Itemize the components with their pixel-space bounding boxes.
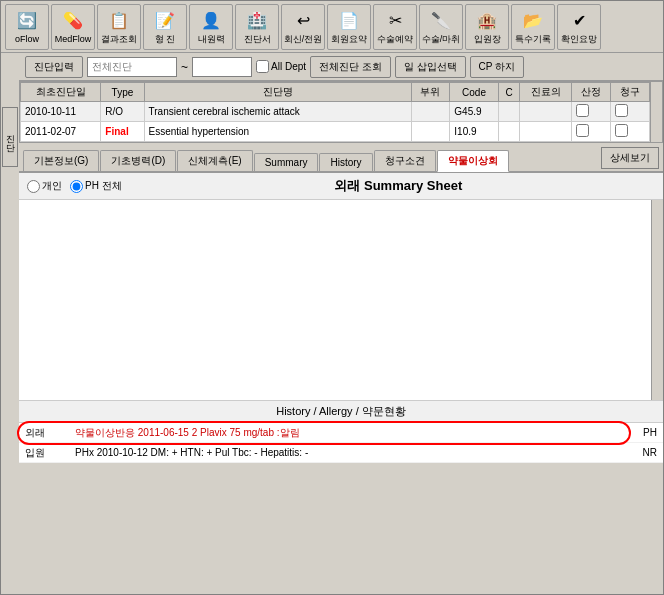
content-scrollbar[interactable] [651, 200, 663, 400]
tab-basic[interactable]: 기본정보(G) [23, 150, 99, 171]
content-title: 외래 Summary Sheet [142, 177, 655, 195]
left-btn-diagnosis[interactable]: 진단 [2, 107, 18, 167]
radio-ph-label[interactable]: PH 전체 [70, 179, 122, 193]
toolbar-confirm[interactable]: ✔ 확인요망 [557, 4, 601, 50]
surgery-res-icon: ✂ [383, 9, 407, 33]
table-scrollbar[interactable] [650, 82, 662, 142]
toolbar-inpatient[interactable]: 🏨 입원장 [465, 4, 509, 50]
all-dept-checkbox-label: All Dept [256, 60, 306, 73]
tab-summary[interactable]: Summary [254, 153, 319, 171]
col-calc: 산정 [572, 83, 611, 102]
row2-bill [611, 122, 650, 142]
referral-icon: ↩ [291, 9, 315, 33]
row2-site [411, 122, 450, 142]
col-name: 진단명 [144, 83, 411, 102]
radio-individual-label[interactable]: 개인 [27, 179, 62, 193]
row2-code: I10.9 [450, 122, 498, 142]
history-rows: 외래 약물이상반응 2011-06-15 2 Plavix 75 mg/tab … [19, 423, 663, 463]
search-input[interactable] [87, 57, 177, 77]
radio-group: 개인 PH 전체 [27, 179, 122, 193]
col-date: 최초진단일 [21, 83, 101, 102]
toolbar-records[interactable]: 📂 특수기록 [511, 4, 555, 50]
col-bill: 청구 [611, 83, 650, 102]
toolbar-ward[interactable]: 🏥 진단서 [235, 4, 279, 50]
table-row[interactable]: 2011-02-07 Final Essential hypertension … [21, 122, 650, 142]
records-label: 특수기록 [515, 35, 551, 45]
row1-c [498, 102, 520, 122]
history-row1-content: 약물이상반응 2011-06-15 2 Plavix 75 mg/tab :알림 [75, 426, 627, 440]
surgery-icon: 🔪 [429, 9, 453, 33]
history-row-1[interactable]: 외래 약물이상반응 2011-06-15 2 Plavix 75 mg/tab … [19, 423, 663, 443]
input-button[interactable]: 진단입력 [25, 56, 83, 78]
inpatient-label: 입원장 [474, 35, 501, 45]
radio-individual[interactable] [27, 180, 40, 193]
tabs-row: 기본정보(G) 기초병력(D) 신체계측(E) Summary History … [19, 143, 663, 173]
main-toolbar: 🔄 oFlow 💊 MedFlow 📋 결과조회 📝 형 진 👤 내원력 🏥 진… [1, 1, 663, 53]
secondary-toolbar: 진단입력 ~ All Dept 전체진단 조회 일 삽입선택 CP 하지 [19, 53, 663, 81]
tab-body[interactable]: 신체계측(E) [177, 150, 252, 171]
table-row[interactable]: 2010-10-11 R/O Transient cerebral ischem… [21, 102, 650, 122]
row1-code: G45.9 [450, 102, 498, 122]
surgery-label: 수술/마취 [422, 35, 461, 45]
history-row2-content: PHx 2010-10-12 DM: + HTN: + Pul Tbc: - H… [75, 447, 627, 458]
row1-site [411, 102, 450, 122]
all-dept-checkbox[interactable] [256, 60, 269, 73]
results-label: 결과조회 [101, 35, 137, 45]
row1-bill [611, 102, 650, 122]
row2-doctor [520, 122, 572, 142]
toolbar-results[interactable]: 📋 결과조회 [97, 4, 141, 50]
col-c: C [498, 83, 520, 102]
history-row2-badge: NR [627, 447, 657, 458]
tab-history[interactable]: 기초병력(D) [100, 150, 176, 171]
toolbar-form[interactable]: 📝 형 진 [143, 4, 187, 50]
inpatient-icon: 🏨 [475, 9, 499, 33]
oflow-label: oFlow [15, 35, 39, 45]
tab-history2[interactable]: History [319, 153, 372, 171]
summary-icon: 📄 [337, 9, 361, 33]
row1-doctor [520, 102, 572, 122]
radio-ph[interactable] [70, 180, 83, 193]
results-icon: 📋 [107, 9, 131, 33]
toolbar-surgery-res[interactable]: ✂ 수술예약 [373, 4, 417, 50]
history-header: History / Allergy / 약문현황 [19, 401, 663, 423]
row1-type: R/O [101, 102, 144, 122]
tab-drug[interactable]: 약물이상회 [437, 150, 509, 172]
history-row-2[interactable]: 입원 PHx 2010-10-12 DM: + HTN: + Pul Tbc: … [19, 443, 663, 463]
ward-label: 진단서 [244, 35, 271, 45]
tilde-separator: ~ [181, 60, 188, 74]
medflow-label: MedFlow [55, 35, 92, 45]
left-panel: 진단 [1, 105, 19, 167]
form-label: 형 진 [155, 35, 176, 45]
form-icon: 📝 [153, 9, 177, 33]
row1-calc-check[interactable] [576, 104, 589, 117]
history-row2-type: 입원 [25, 446, 75, 460]
search-button[interactable]: 전체진단 조회 [310, 56, 391, 78]
toolbar-summary[interactable]: 📄 회원요약 [327, 4, 371, 50]
patient-icon: 👤 [199, 9, 223, 33]
col-type: Type [101, 83, 144, 102]
toolbar-patient[interactable]: 👤 내원력 [189, 4, 233, 50]
cp-button[interactable]: CP 하지 [470, 56, 525, 78]
row1-bill-check[interactable] [615, 104, 628, 117]
row1-calc [572, 102, 611, 122]
patient-label: 내원력 [198, 35, 225, 45]
row1-date: 2010-10-11 [21, 102, 101, 122]
row2-calc-check[interactable] [576, 124, 589, 137]
diagnosis-table: 최초진단일 Type 진단명 부위 Code C 진료의 산정 청구 [20, 82, 650, 142]
row2-date: 2011-02-07 [21, 122, 101, 142]
date-button[interactable]: 일 삽입선택 [395, 56, 466, 78]
tab-billing[interactable]: 청구소견 [374, 150, 436, 171]
row2-bill-check[interactable] [615, 124, 628, 137]
detail-button[interactable]: 상세보기 [601, 147, 659, 169]
surgery-res-label: 수술예약 [377, 35, 413, 45]
confirm-icon: ✔ [567, 9, 591, 33]
toolbar-oflow[interactable]: 🔄 oFlow [5, 4, 49, 50]
toolbar-medflow[interactable]: 💊 MedFlow [51, 4, 95, 50]
content-header: 개인 PH 전체 외래 Summary Sheet [19, 173, 663, 200]
records-icon: 📂 [521, 9, 545, 33]
col-doctor: 진료의 [520, 83, 572, 102]
confirm-label: 확인요망 [561, 35, 597, 45]
toolbar-surgery[interactable]: 🔪 수술/마취 [419, 4, 463, 50]
toolbar-referral[interactable]: ↩ 회신/전원 [281, 4, 325, 50]
search-input2[interactable] [192, 57, 252, 77]
